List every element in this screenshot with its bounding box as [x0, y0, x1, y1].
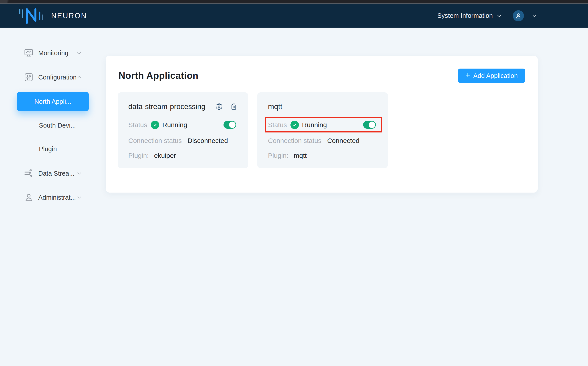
sidebar-item-monitoring[interactable]: Monitoring	[0, 48, 102, 58]
toggle-knob	[229, 122, 235, 128]
plus-icon: +	[465, 71, 470, 79]
sidebar-item-label: Plugin	[39, 145, 57, 153]
sidebar-item-data-stream[interactable]: Data Strea...	[0, 168, 102, 179]
connection-value: Disconnected	[187, 137, 228, 145]
sidebar-item-label: Configuration	[38, 74, 77, 81]
plugin-row: Plugin: ekuiper	[128, 151, 176, 160]
sidebar-item-configuration[interactable]: Configuration	[0, 72, 102, 83]
connection-row: Connection status Disconnected	[128, 136, 228, 145]
card-header: data-stream-processing	[128, 102, 237, 112]
sidebar-item-administration[interactable]: Administrat...	[0, 192, 102, 203]
status-value: Running	[162, 121, 187, 129]
neuron-logo-icon	[17, 6, 46, 25]
top-navbar: NEURON System Information	[0, 4, 588, 28]
user-icon	[515, 12, 522, 19]
system-information-menu[interactable]: System Information	[437, 12, 503, 19]
add-application-button[interactable]: + Add Application	[458, 69, 525, 83]
page-title: North Application	[118, 70, 198, 81]
sidebar-item-south-device[interactable]: South Devi...	[0, 120, 102, 131]
status-toggle[interactable]	[223, 121, 236, 129]
delete-button[interactable]	[230, 103, 237, 110]
status-row: Status Running	[268, 121, 327, 129]
chevron-down-icon	[76, 170, 82, 176]
check-circle-icon	[151, 121, 159, 129]
avatar[interactable]	[513, 10, 524, 21]
brand: NEURON	[17, 6, 87, 25]
connection-value: Connected	[327, 137, 359, 145]
status-value: Running	[302, 121, 327, 129]
application-list: data-stream-processing	[118, 92, 388, 168]
sidebar-item-plugin[interactable]: Plugin	[0, 144, 102, 154]
connection-label: Connection status	[268, 137, 321, 145]
app-card-data-stream-processing: data-stream-processing	[118, 92, 248, 168]
sidebar-item-label: Administrat...	[38, 194, 76, 201]
account-chevron-down-icon[interactable]	[531, 13, 538, 19]
plugin-value: ekuiper	[154, 152, 176, 160]
check-circle-icon	[290, 121, 299, 129]
connection-label: Connection status	[128, 137, 182, 145]
status-label: Status	[128, 121, 147, 129]
monitor-chart-icon	[24, 48, 34, 58]
gear-icon	[216, 103, 222, 110]
add-application-label: Add Application	[473, 72, 518, 79]
status-toggle[interactable]	[363, 121, 376, 129]
card-header: mqtt	[268, 102, 377, 112]
window-chrome	[0, 0, 588, 4]
chevron-up-icon	[76, 74, 82, 80]
chevron-down-icon	[496, 13, 503, 19]
sliders-icon	[24, 72, 34, 82]
app-name: mqtt	[268, 102, 282, 111]
chevron-down-icon	[76, 194, 82, 201]
window-chrome-tab-edge	[6, 0, 10, 3]
connection-row: Connection status Connected	[268, 136, 359, 145]
plugin-value: mqtt	[294, 152, 307, 160]
main-panel: North Application + Add Application data…	[106, 56, 538, 193]
user-icon	[24, 192, 34, 203]
trash-icon	[230, 103, 237, 110]
app-name: data-stream-processing	[128, 102, 206, 111]
sidebar-item-label: North Appli...	[34, 98, 71, 105]
sidebar-item-north-application[interactable]: North Appli...	[17, 92, 89, 111]
toggle-knob	[369, 122, 375, 128]
plugin-row: Plugin: mqtt	[268, 151, 307, 160]
brand-name: NEURON	[51, 12, 87, 20]
chevron-down-icon	[76, 50, 82, 56]
system-information-label: System Information	[437, 12, 493, 19]
settings-button[interactable]	[216, 103, 222, 110]
sidebar-item-label: Data Strea...	[38, 170, 74, 177]
sidebar: Monitoring Configuration North Appli... …	[0, 28, 102, 366]
sidebar-item-label: Monitoring	[38, 49, 68, 57]
app-card-mqtt: mqtt Status Running Connection status Co…	[257, 92, 388, 168]
status-label: Status	[268, 121, 287, 129]
plugin-label: Plugin:	[268, 152, 288, 160]
status-row: Status Running	[128, 121, 187, 129]
plugin-label: Plugin:	[128, 152, 149, 160]
sidebar-item-label: South Devi...	[39, 122, 76, 129]
data-stream-icon	[24, 168, 34, 179]
